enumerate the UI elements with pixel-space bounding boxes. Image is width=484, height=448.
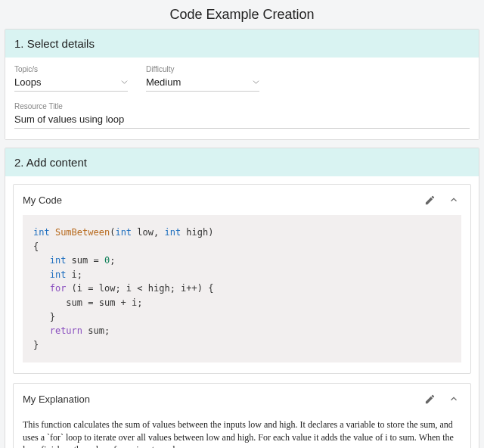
caret-down-icon	[253, 79, 259, 86]
explanation-panel: My Explanation This function calculates …	[13, 383, 471, 448]
topic-label: Topic/s	[14, 65, 128, 73]
section-header-content: 2. Add content	[5, 148, 479, 176]
code-panel: My Code int SumBetween(int low, int high…	[13, 184, 471, 374]
content-body: My Code int SumBetween(int low, int high…	[5, 176, 479, 448]
resource-title-label: Resource Title	[14, 102, 470, 110]
section-header-details: 1. Select details	[5, 30, 479, 58]
difficulty-select[interactable]: Medium	[146, 75, 259, 92]
code-block: int SumBetween(int low, int high) { int …	[23, 215, 461, 362]
topic-value: Loops	[14, 76, 41, 88]
code-panel-title: My Code	[23, 194, 413, 206]
topic-field: Topic/s Loops	[14, 65, 128, 92]
caret-down-icon	[121, 79, 128, 86]
pencil-icon[interactable]	[422, 391, 437, 406]
section-select-details: 1. Select details Topic/s Loops Difficul…	[5, 29, 479, 140]
chevron-up-icon[interactable]	[446, 391, 461, 406]
page-title: Code Example Creation	[0, 0, 484, 29]
difficulty-field: Difficulty Medium	[146, 65, 259, 92]
explanation-panel-title: My Explanation	[23, 394, 413, 405]
code-fn-name: SumBetween	[55, 227, 110, 238]
resource-title-field: Resource Title Sum of values using loop	[14, 102, 470, 129]
code-panel-head: My Code	[14, 185, 470, 215]
explanation-panel-head: My Explanation	[14, 384, 470, 414]
resource-title-value: Sum of values using loop	[14, 114, 124, 125]
pencil-icon[interactable]	[422, 192, 437, 207]
resource-title-input[interactable]: Sum of values using loop	[14, 112, 470, 129]
difficulty-label: Difficulty	[146, 65, 259, 73]
topic-select[interactable]: Loops	[14, 75, 128, 92]
details-body: Topic/s Loops Difficulty Medium	[5, 58, 479, 139]
difficulty-value: Medium	[146, 76, 181, 88]
explanation-text: This function calculates the sum of valu…	[14, 414, 470, 448]
details-row-1: Topic/s Loops Difficulty Medium	[14, 65, 470, 92]
chevron-up-icon[interactable]	[446, 192, 461, 207]
section-add-content: 2. Add content My Code int SumBetween(in…	[5, 148, 479, 448]
